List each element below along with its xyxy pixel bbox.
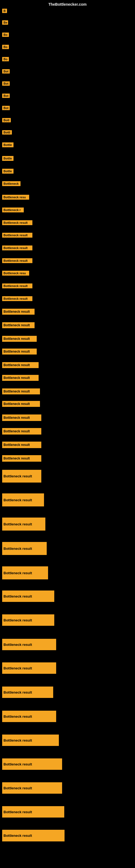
bottleneck-label-38: Bottleneck result	[2, 493, 44, 506]
bottleneck-label-32: Bottleneck result	[2, 401, 40, 407]
bottleneck-label-8: Bot	[2, 94, 10, 98]
bottleneck-label-10: Bott	[2, 118, 11, 122]
bottleneck-label-52: Bottleneck result	[2, 830, 64, 841]
bottleneck-label-29: Bottleneck result	[2, 362, 39, 368]
bottleneck-label-9: Bot	[2, 106, 10, 110]
bottleneck-label-40: Bottleneck result	[2, 542, 47, 555]
bottleneck-label-44: Bottleneck result	[2, 639, 56, 650]
bottleneck-label-18: Bottleneck result	[2, 220, 32, 225]
bottleneck-label-42: Bottleneck result	[2, 590, 54, 602]
bottleneck-label-4: Bo	[2, 45, 9, 49]
bottleneck-label-1: B	[2, 9, 7, 13]
bottleneck-label-26: Bottleneck result	[2, 322, 35, 328]
bottleneck-label-17: Bottleneck r	[2, 208, 24, 212]
bottleneck-label-47: Bottleneck result	[2, 711, 56, 722]
bottleneck-label-28: Bottleneck result	[2, 348, 37, 354]
bottleneck-label-25: Bottleneck result	[2, 309, 35, 315]
bottleneck-label-37: Bottleneck result	[2, 470, 41, 483]
bottleneck-label-15: Bottleneck	[2, 181, 20, 186]
bottleneck-label-35: Bottleneck result	[2, 442, 41, 448]
bottleneck-label-3: Bo	[2, 33, 9, 37]
bottleneck-label-31: Bottleneck result	[2, 389, 40, 394]
bottleneck-label-34: Bottleneck result	[2, 428, 41, 435]
bottleneck-label-48: Bottleneck result	[2, 735, 59, 746]
bottleneck-label-46: Bottleneck result	[2, 686, 53, 698]
bottleneck-label-50: Bottleneck result	[2, 782, 62, 794]
bottleneck-label-21: Bottleneck result	[2, 258, 32, 263]
bottleneck-label-19: Bottleneck result	[2, 233, 32, 238]
bottleneck-label-24: Bottleneck result	[2, 296, 32, 301]
bottleneck-label-43: Bottleneck result	[2, 614, 54, 626]
bottleneck-label-16: Bottleneck resu	[2, 195, 29, 199]
bottleneck-label-49: Bottleneck result	[2, 758, 62, 770]
bottleneck-label-22: Bottleneck resu	[2, 271, 29, 276]
bottleneck-label-14: Bottle	[2, 169, 13, 174]
bottleneck-label-2: Bе	[2, 20, 8, 25]
bottleneck-label-39: Bottleneck result	[2, 518, 45, 531]
bottleneck-label-36: Bottleneck result	[2, 455, 41, 462]
bottleneck-label-13: Bottle	[2, 156, 13, 161]
bottleneck-label-6: Bot	[2, 69, 10, 73]
site-title: TheBottlenecker.com	[48, 2, 87, 6]
bottleneck-label-20: Bottleneck result	[2, 246, 32, 250]
bottleneck-label-51: Bottleneck result	[2, 806, 64, 817]
bottleneck-label-41: Bottleneck result	[2, 566, 48, 579]
bottleneck-label-23: Bottleneck result	[2, 283, 32, 288]
bottleneck-label-12: Bottle	[2, 143, 13, 147]
bottleneck-label-7: Bot	[2, 82, 10, 86]
bottleneck-label-33: Bottleneck result	[2, 414, 41, 421]
bottleneck-label-27: Bottleneck result	[2, 336, 37, 342]
bottleneck-label-5: Bo	[2, 57, 9, 61]
bottleneck-label-30: Bottleneck result	[2, 375, 39, 381]
bottleneck-label-11: Bottl	[2, 130, 12, 134]
bottleneck-label-45: Bottleneck result	[2, 662, 56, 674]
